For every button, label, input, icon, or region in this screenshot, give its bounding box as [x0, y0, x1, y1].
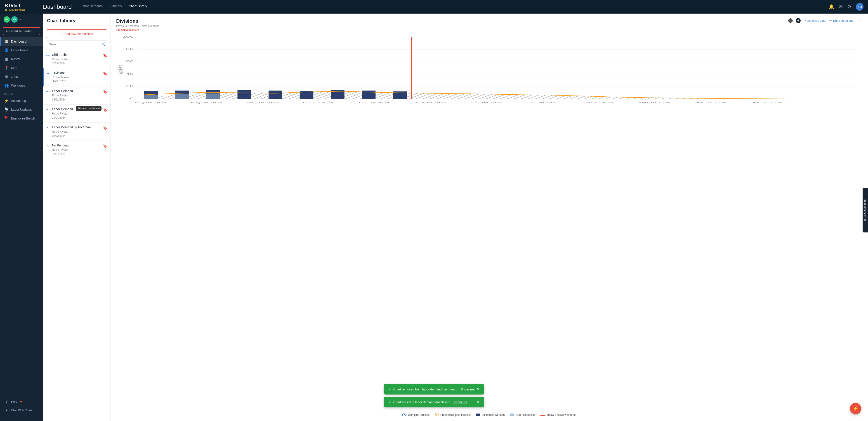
- group-badge-ol[interactable]: OL: [4, 16, 10, 23]
- sidebar-item-jobs[interactable]: ▦ Jobs: [0, 72, 43, 81]
- bookmark-icon[interactable]: 🔖: [103, 108, 107, 112]
- chart-library-panel: Chart Library ⊕ Add new shared chart 🔍 〜…: [43, 13, 111, 421]
- labor-need-icon: 👤: [4, 48, 9, 52]
- chart-item[interactable]: 〜 Chris' Jobs Rosie Riveter 10/04/2024 🔖: [43, 50, 111, 68]
- svg-rect-25: [144, 94, 158, 99]
- tab-summary[interactable]: Summary: [108, 4, 122, 9]
- legend-item-labor-requests: Labor Requests: [510, 413, 535, 417]
- svg-rect-26: [175, 94, 189, 99]
- resource-center-panel: Resource Center: [863, 188, 868, 233]
- tab-labor-demand[interactable]: Labor Demand: [81, 4, 102, 9]
- chart-main-area: Divisions Previous 2 months + Next 6 mon…: [111, 13, 868, 421]
- sidebar-item-roster[interactable]: ▦ Roster: [0, 55, 43, 63]
- add-new-shared-chart-button[interactable]: ⊕ Add new shared chart: [46, 29, 107, 38]
- chart-wave-icon: 〜: [47, 72, 51, 76]
- chart-item-author: Rosie Riveter: [52, 93, 101, 97]
- chart-item-author: Rosie Riveter: [53, 75, 101, 80]
- bookmark-icon[interactable]: 🔖: [103, 90, 107, 94]
- prospective-jobs-button[interactable]: Prospective Jobs: [804, 19, 826, 22]
- search-input[interactable]: [46, 40, 107, 48]
- chart-item-author: Rosie Riveter: [52, 112, 101, 116]
- sidebar-item-workforce[interactable]: 👥 Workforce: [0, 81, 43, 90]
- sidebar-item-action-log[interactable]: ⚡ Action Log: [0, 96, 43, 105]
- chart-legend: Won jobs forecast Prospective jobs forec…: [116, 413, 863, 417]
- chart-wave-icon: 〜: [46, 108, 50, 112]
- bell-icon[interactable]: 🔔: [829, 4, 834, 9]
- schedule-icon: ≡: [6, 29, 8, 33]
- sidebar-item-labor-updates[interactable]: 📡 Labor Updates: [0, 105, 43, 114]
- chart-item-author: Rosie Riveter: [52, 148, 101, 152]
- dashboard-icon: ▦: [4, 39, 9, 44]
- bookmark-icon[interactable]: 🔖: [103, 72, 107, 76]
- toast-removed: ✓ Chart removed from labor demand dashbo…: [384, 384, 484, 394]
- sidebar-item-map[interactable]: 📍 Map: [0, 63, 43, 72]
- toast-check-icon: ✓: [388, 388, 391, 391]
- chart-wave-icon: 〜: [46, 90, 50, 94]
- toast-check-icon: ✓: [388, 400, 391, 404]
- svg-text:Dec 09 2024: Dec 09 2024: [470, 102, 502, 104]
- sidebar-bottom: ? Help ✦ Chat With Rosie: [0, 395, 43, 417]
- svg-text:20: 20: [126, 85, 133, 88]
- svg-text:0: 0: [130, 97, 133, 100]
- sidebar-item-chat-rosie[interactable]: ✦ Chat With Rosie: [0, 406, 43, 415]
- group-badge-se[interactable]: SE: [11, 16, 18, 23]
- chart-item-info: Divisions Rosie Riveter 10/04/2024: [53, 71, 101, 84]
- legend-item-active-workforce: Today's active workforce: [540, 413, 576, 417]
- sidebar-item-employee-bench[interactable]: 🚩 Employee Bench: [0, 114, 43, 123]
- map-icon: 📍: [4, 66, 9, 70]
- chart-title: Divisions: [116, 18, 159, 24]
- chart-item-name: Chris' Jobs: [52, 53, 101, 57]
- svg-text:Feb 10 2025: Feb 10 2025: [639, 102, 670, 104]
- legend-swatch-scheduled: [476, 414, 480, 416]
- legend-swatch-active-workforce: [540, 415, 546, 416]
- sidebar-groups: OL SE ›: [0, 13, 43, 25]
- svg-text:Oct 07 2024: Oct 07 2024: [303, 102, 334, 104]
- avatar[interactable]: AO: [856, 3, 864, 11]
- sidebar-item-help[interactable]: ? Help: [0, 397, 43, 406]
- chart-item[interactable]: 〜 Labor Demand by Foreman Rosie Riveter …: [43, 123, 111, 141]
- lightning-icon: ⚡: [852, 405, 859, 412]
- chart-wave-icon: 〜: [46, 144, 50, 149]
- chart-item-date: 08/22/2024: [52, 134, 101, 138]
- brand: RIVET 🔒 LMD Revisited: [4, 2, 36, 11]
- schedule-builder-button[interactable]: ≡ Schedule Builder: [3, 27, 40, 35]
- lightning-fab-button[interactable]: ⚡: [850, 403, 861, 414]
- toast-show-me-link-1[interactable]: Show me: [454, 400, 467, 404]
- action-log-icon: ⚡: [4, 99, 9, 103]
- svg-text:Dec 30 2024: Dec 30 2024: [526, 102, 558, 104]
- toast-close-icon-1[interactable]: ✕: [477, 400, 480, 404]
- brand-subtitle: 🔒 LMD Revisited: [4, 8, 36, 11]
- chart-subtitle: Previous 2 months + Next 6 months: [116, 24, 159, 28]
- svg-text:Jan 20 2025: Jan 20 2025: [583, 102, 614, 104]
- chart-item-author: Rosie Riveter: [52, 57, 101, 61]
- tab-chart-library[interactable]: Chart Library: [129, 4, 147, 9]
- legend-item-won-jobs: Won jobs forecast: [402, 413, 430, 417]
- workforce-icon: 👥: [4, 83, 9, 88]
- chart-wave-icon: 〜: [46, 53, 50, 58]
- chart-item[interactable]: 〜 Labor Demand Rosie Riveter 08/22/2024 …: [43, 86, 111, 105]
- bookmark-icon[interactable]: 🔖: [103, 144, 107, 148]
- svg-text:Sep 16 2024: Sep 16 2024: [246, 102, 278, 104]
- toast-show-me-link-0[interactable]: Show me: [461, 388, 474, 391]
- chart-item[interactable]: 〜 No Pending Rosie Riveter 10/04/2024 🔖: [43, 141, 111, 159]
- edit-icon: ✏: [829, 19, 832, 22]
- bookmark-icon[interactable]: 🔖: [103, 53, 107, 58]
- gear-icon[interactable]: ⚙: [847, 4, 851, 9]
- sidebar-item-labor-need[interactable]: 👤 Labor Need: [0, 46, 43, 55]
- top-navigation: RIVET 🔒 LMD Revisited Dashboard Labor De…: [0, 0, 868, 13]
- top-nav-tabs: Labor Demand Summary Chart Library: [81, 4, 829, 9]
- page-title: Dashboard: [43, 3, 72, 10]
- bookmark-icon[interactable]: 🔖: [103, 126, 107, 130]
- sidebar-item-dashboard[interactable]: ▦ Dashboard: [0, 37, 43, 46]
- search-bar: 🔍: [46, 40, 107, 48]
- mail-icon[interactable]: ✉: [839, 4, 843, 9]
- more-options-icon[interactable]: ⋮: [859, 18, 863, 23]
- resource-center-button[interactable]: Resource Center: [863, 188, 868, 232]
- toast-close-icon-0[interactable]: ✕: [477, 387, 480, 391]
- svg-text:Mar 03 2025: Mar 03 2025: [694, 102, 726, 104]
- groups-chevron-icon[interactable]: ›: [20, 18, 21, 21]
- edit-shared-chart-button[interactable]: ✏ Edit shared chart: [829, 19, 855, 22]
- svg-text:Aug 05 2024: Aug 05 2024: [134, 102, 166, 104]
- legend-swatch-labor-requests: [510, 414, 514, 416]
- chart-item[interactable]: 〜 Divisions Rosie Riveter 10/04/2024 🔖: [43, 68, 111, 86]
